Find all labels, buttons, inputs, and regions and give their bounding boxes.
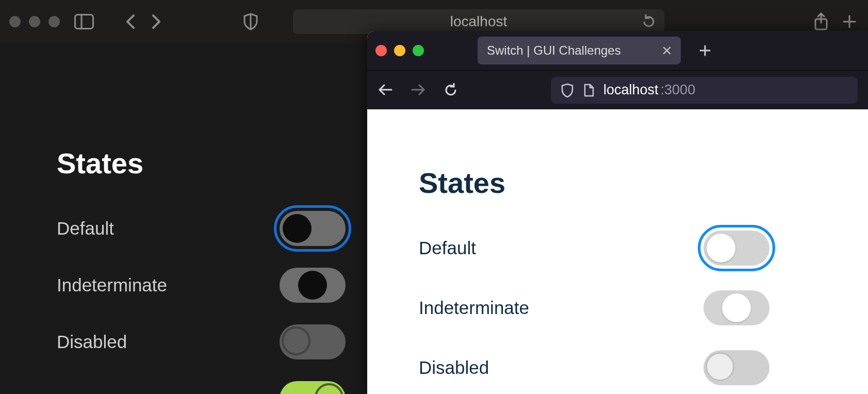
firefox-window: Switch | GUI Challenges localhost:3000 S…	[367, 31, 868, 394]
url-host: localhost	[603, 82, 659, 98]
firefox-nav-buttons	[378, 83, 458, 97]
shield-icon[interactable]	[561, 83, 574, 97]
switch-row-default: Default	[57, 211, 346, 246]
switch-indeterminate[interactable]	[703, 290, 769, 325]
switch-thumb	[722, 293, 751, 322]
forward-icon[interactable]	[151, 14, 162, 29]
switch-disabled	[703, 350, 769, 385]
switch-label: Default	[419, 238, 476, 258]
switch-row-indeterminate: Indeterminate	[57, 268, 346, 303]
switch-indeterminate[interactable]	[280, 268, 346, 303]
maximize-icon[interactable]	[48, 16, 60, 27]
switch-thumb	[315, 383, 343, 394]
browser-tab[interactable]: Switch | GUI Challenges	[478, 37, 681, 64]
safari-traffic-lights[interactable]	[9, 16, 60, 27]
switch-label: Indeterminate	[419, 298, 529, 318]
new-tab-icon[interactable]	[698, 44, 712, 57]
firefox-page-content: States Default Indeterminate Disabled	[367, 109, 868, 385]
switch-row-disabled: Disabled	[57, 324, 346, 359]
share-icon[interactable]	[813, 12, 829, 31]
switch-checked[interactable]	[280, 381, 346, 394]
switch-row-checked	[57, 381, 346, 394]
firefox-tab-strip: Switch | GUI Challenges	[367, 31, 868, 70]
switch-default[interactable]	[703, 231, 769, 266]
switch-thumb	[707, 234, 735, 262]
svg-rect-0	[75, 15, 93, 29]
switch-label: Disabled	[57, 332, 127, 352]
close-icon[interactable]	[375, 45, 387, 56]
safari-address-bar[interactable]: localhost	[293, 9, 664, 34]
reload-icon[interactable]	[444, 83, 458, 97]
firefox-nav-toolbar: localhost:3000	[367, 70, 868, 109]
switch-thumb	[706, 352, 734, 381]
close-tab-icon[interactable]	[662, 46, 672, 55]
switch-label: Default	[57, 218, 114, 239]
page-title: States	[419, 166, 868, 200]
switch-row-default: Default	[419, 231, 769, 266]
firefox-address-bar[interactable]: localhost:3000	[551, 77, 858, 104]
back-icon[interactable]	[378, 83, 393, 97]
new-tab-icon[interactable]	[842, 14, 857, 29]
maximize-icon[interactable]	[413, 45, 424, 56]
switch-thumb	[298, 271, 327, 300]
switch-row-indeterminate: Indeterminate	[419, 290, 769, 325]
reload-icon[interactable]	[642, 14, 655, 29]
sidebar-icon[interactable]	[74, 14, 94, 29]
back-icon[interactable]	[125, 14, 136, 29]
tab-title: Switch | GUI Challenges	[487, 43, 621, 58]
safari-url-text: localhost	[450, 13, 507, 30]
safari-nav	[125, 14, 162, 29]
close-icon[interactable]	[9, 16, 21, 27]
switch-label: Disabled	[419, 357, 489, 378]
minimize-icon[interactable]	[29, 16, 40, 27]
minimize-icon[interactable]	[394, 45, 405, 56]
page-icon	[583, 84, 594, 97]
switch-thumb	[282, 326, 310, 355]
url-port: :3000	[661, 82, 696, 98]
switch-row-disabled: Disabled	[419, 350, 769, 385]
forward-icon	[411, 83, 426, 97]
switch-default[interactable]	[280, 211, 346, 246]
switch-label: Indeterminate	[57, 275, 167, 296]
switch-thumb	[283, 214, 312, 243]
switch-disabled	[280, 324, 346, 359]
privacy-shield-icon[interactable]	[243, 13, 258, 30]
firefox-traffic-lights[interactable]	[375, 45, 424, 56]
